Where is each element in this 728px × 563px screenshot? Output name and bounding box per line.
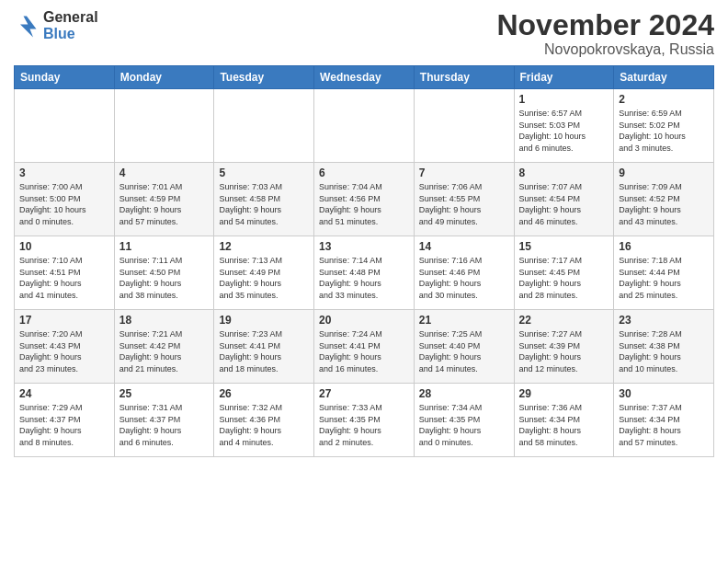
location: Novopokrovskaya, Russia <box>496 41 714 58</box>
week-row-1: 3Sunrise: 7:00 AM Sunset: 5:00 PM Daylig… <box>15 163 714 236</box>
day-info: Sunrise: 7:36 AM Sunset: 4:34 PM Dayligh… <box>519 402 609 448</box>
calendar-cell-0-1 <box>114 89 214 163</box>
logo-icon <box>14 13 40 39</box>
calendar-cell-1-5: 8Sunrise: 7:07 AM Sunset: 4:54 PM Daylig… <box>514 163 614 236</box>
calendar-cell-2-5: 15Sunrise: 7:17 AM Sunset: 4:45 PM Dayli… <box>514 236 614 310</box>
calendar-cell-1-4: 7Sunrise: 7:06 AM Sunset: 4:55 PM Daylig… <box>414 163 514 236</box>
day-info: Sunrise: 7:04 AM Sunset: 4:56 PM Dayligh… <box>319 181 409 227</box>
day-number: 21 <box>419 314 509 327</box>
header-sunday: Sunday <box>15 66 115 89</box>
calendar-cell-1-2: 5Sunrise: 7:03 AM Sunset: 4:58 PM Daylig… <box>214 163 314 236</box>
calendar-header-row: Sunday Monday Tuesday Wednesday Thursday… <box>15 66 714 89</box>
day-info: Sunrise: 7:10 AM Sunset: 4:51 PM Dayligh… <box>19 255 109 301</box>
day-number: 17 <box>19 314 109 327</box>
calendar-cell-3-5: 22Sunrise: 7:27 AM Sunset: 4:39 PM Dayli… <box>514 310 614 384</box>
calendar-cell-0-2 <box>214 89 314 163</box>
day-number: 29 <box>519 387 609 400</box>
day-number: 2 <box>619 93 709 106</box>
day-info: Sunrise: 7:28 AM Sunset: 4:38 PM Dayligh… <box>619 328 709 374</box>
week-row-0: 1Sunrise: 6:57 AM Sunset: 5:03 PM Daylig… <box>15 89 714 163</box>
day-number: 28 <box>419 387 509 400</box>
day-info: Sunrise: 7:16 AM Sunset: 4:46 PM Dayligh… <box>419 255 509 301</box>
day-info: Sunrise: 7:21 AM Sunset: 4:42 PM Dayligh… <box>119 328 210 374</box>
logo-text: General Blue <box>43 9 98 41</box>
day-number: 18 <box>119 314 210 327</box>
day-info: Sunrise: 7:01 AM Sunset: 4:59 PM Dayligh… <box>119 181 210 227</box>
calendar-cell-0-6: 2Sunrise: 6:59 AM Sunset: 5:02 PM Daylig… <box>614 89 714 163</box>
day-number: 1 <box>519 93 609 106</box>
day-number: 3 <box>19 167 109 179</box>
header-friday: Friday <box>514 66 614 89</box>
day-number: 16 <box>619 240 709 253</box>
calendar-cell-3-0: 17Sunrise: 7:20 AM Sunset: 4:43 PM Dayli… <box>15 310 115 384</box>
calendar-cell-3-2: 19Sunrise: 7:23 AM Sunset: 4:41 PM Dayli… <box>214 310 314 384</box>
day-number: 10 <box>19 240 109 253</box>
header-thursday: Thursday <box>414 66 514 89</box>
calendar-cell-1-0: 3Sunrise: 7:00 AM Sunset: 5:00 PM Daylig… <box>15 163 115 236</box>
header-saturday: Saturday <box>614 66 714 89</box>
day-info: Sunrise: 7:29 AM Sunset: 4:37 PM Dayligh… <box>19 402 109 448</box>
day-info: Sunrise: 7:24 AM Sunset: 4:41 PM Dayligh… <box>319 328 409 374</box>
day-number: 19 <box>219 314 309 327</box>
day-info: Sunrise: 7:07 AM Sunset: 4:54 PM Dayligh… <box>519 181 609 227</box>
day-number: 15 <box>519 240 609 253</box>
title-block: November 2024 Novopokrovskaya, Russia <box>496 9 714 58</box>
day-number: 14 <box>419 240 509 253</box>
calendar-cell-4-3: 27Sunrise: 7:33 AM Sunset: 4:35 PM Dayli… <box>314 384 415 457</box>
logo: General Blue <box>14 9 98 41</box>
header-wednesday: Wednesday <box>314 66 415 89</box>
calendar-cell-2-0: 10Sunrise: 7:10 AM Sunset: 4:51 PM Dayli… <box>15 236 115 310</box>
day-number: 4 <box>119 167 210 179</box>
day-info: Sunrise: 7:11 AM Sunset: 4:50 PM Dayligh… <box>119 255 210 301</box>
calendar-cell-0-3 <box>314 89 415 163</box>
day-info: Sunrise: 7:34 AM Sunset: 4:35 PM Dayligh… <box>419 402 509 448</box>
header-tuesday: Tuesday <box>214 66 314 89</box>
calendar-cell-1-6: 9Sunrise: 7:09 AM Sunset: 4:52 PM Daylig… <box>614 163 714 236</box>
day-info: Sunrise: 7:06 AM Sunset: 4:55 PM Dayligh… <box>419 181 509 227</box>
logo-blue: Blue <box>43 26 98 42</box>
day-number: 12 <box>219 240 309 253</box>
week-row-4: 24Sunrise: 7:29 AM Sunset: 4:37 PM Dayli… <box>15 384 714 457</box>
day-info: Sunrise: 7:13 AM Sunset: 4:49 PM Dayligh… <box>219 255 309 301</box>
calendar-cell-0-4 <box>414 89 514 163</box>
day-info: Sunrise: 7:20 AM Sunset: 4:43 PM Dayligh… <box>19 328 109 374</box>
day-info: Sunrise: 6:57 AM Sunset: 5:03 PM Dayligh… <box>519 108 609 154</box>
calendar-cell-4-5: 29Sunrise: 7:36 AM Sunset: 4:34 PM Dayli… <box>514 384 614 457</box>
day-number: 25 <box>119 387 210 400</box>
day-info: Sunrise: 7:03 AM Sunset: 4:58 PM Dayligh… <box>219 181 309 227</box>
day-number: 20 <box>319 314 409 327</box>
calendar-cell-0-0 <box>15 89 115 163</box>
day-info: Sunrise: 7:23 AM Sunset: 4:41 PM Dayligh… <box>219 328 309 374</box>
day-info: Sunrise: 7:31 AM Sunset: 4:37 PM Dayligh… <box>119 402 210 448</box>
month-title: November 2024 <box>496 9 714 41</box>
calendar-cell-1-3: 6Sunrise: 7:04 AM Sunset: 4:56 PM Daylig… <box>314 163 415 236</box>
day-info: Sunrise: 7:25 AM Sunset: 4:40 PM Dayligh… <box>419 328 509 374</box>
day-info: Sunrise: 7:17 AM Sunset: 4:45 PM Dayligh… <box>519 255 609 301</box>
svg-marker-0 <box>20 16 37 37</box>
day-number: 30 <box>619 387 709 400</box>
day-number: 13 <box>319 240 409 253</box>
day-number: 9 <box>619 167 709 179</box>
week-row-2: 10Sunrise: 7:10 AM Sunset: 4:51 PM Dayli… <box>15 236 714 310</box>
page-container: General Blue November 2024 Novopokrovska… <box>0 0 728 462</box>
calendar-cell-3-4: 21Sunrise: 7:25 AM Sunset: 4:40 PM Dayli… <box>414 310 514 384</box>
day-info: Sunrise: 7:37 AM Sunset: 4:34 PM Dayligh… <box>619 402 709 448</box>
calendar-cell-4-2: 26Sunrise: 7:32 AM Sunset: 4:36 PM Dayli… <box>214 384 314 457</box>
day-info: Sunrise: 7:14 AM Sunset: 4:48 PM Dayligh… <box>319 255 409 301</box>
calendar-cell-4-4: 28Sunrise: 7:34 AM Sunset: 4:35 PM Dayli… <box>414 384 514 457</box>
day-info: Sunrise: 7:27 AM Sunset: 4:39 PM Dayligh… <box>519 328 609 374</box>
calendar-cell-3-3: 20Sunrise: 7:24 AM Sunset: 4:41 PM Dayli… <box>314 310 415 384</box>
header: General Blue November 2024 Novopokrovska… <box>14 9 714 58</box>
calendar-cell-4-1: 25Sunrise: 7:31 AM Sunset: 4:37 PM Dayli… <box>114 384 214 457</box>
week-row-3: 17Sunrise: 7:20 AM Sunset: 4:43 PM Dayli… <box>15 310 714 384</box>
day-number: 26 <box>219 387 309 400</box>
logo-general: General <box>43 9 98 26</box>
calendar-cell-2-2: 12Sunrise: 7:13 AM Sunset: 4:49 PM Dayli… <box>214 236 314 310</box>
day-info: Sunrise: 7:18 AM Sunset: 4:44 PM Dayligh… <box>619 255 709 301</box>
calendar-cell-2-6: 16Sunrise: 7:18 AM Sunset: 4:44 PM Dayli… <box>614 236 714 310</box>
day-number: 24 <box>19 387 109 400</box>
day-number: 7 <box>419 167 509 179</box>
day-info: Sunrise: 7:00 AM Sunset: 5:00 PM Dayligh… <box>19 181 109 227</box>
calendar-cell-3-1: 18Sunrise: 7:21 AM Sunset: 4:42 PM Dayli… <box>114 310 214 384</box>
calendar-table: Sunday Monday Tuesday Wednesday Thursday… <box>14 65 714 457</box>
